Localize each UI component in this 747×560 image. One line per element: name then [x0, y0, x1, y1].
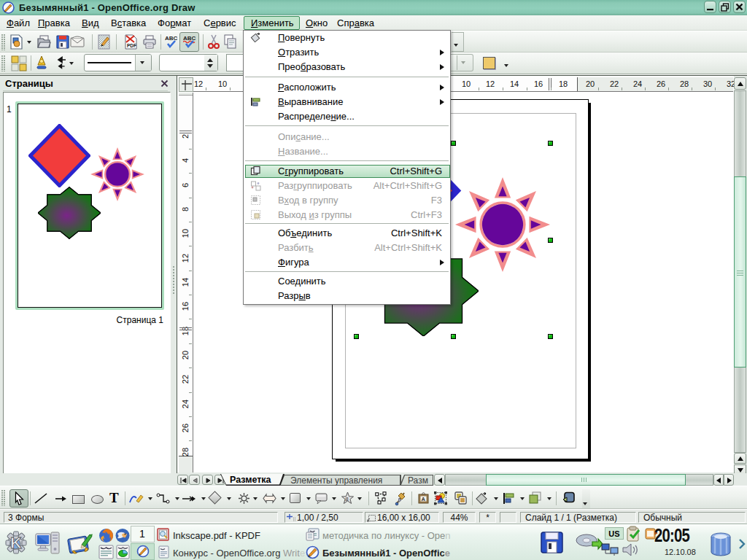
- svg-text:K: K: [10, 534, 22, 552]
- svg-text:PDF: PDF: [127, 43, 136, 48]
- svg-text:ABC: ABC: [165, 35, 178, 42]
- svg-text:ABC: ABC: [183, 35, 196, 42]
- svg-text:8: 8: [345, 496, 349, 502]
- svg-text:A: A: [422, 496, 426, 502]
